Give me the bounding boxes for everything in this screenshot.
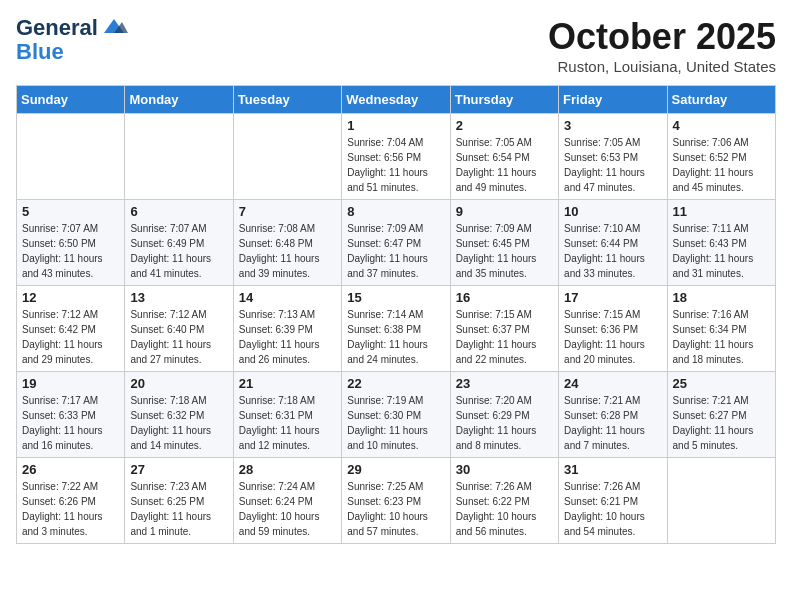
calendar-cell: 27Sunrise: 7:23 AMSunset: 6:25 PMDayligh… [125, 458, 233, 544]
day-number: 25 [673, 376, 770, 391]
day-info: Sunrise: 7:07 AMSunset: 6:49 PMDaylight:… [130, 221, 227, 281]
logo-blue: Blue [16, 40, 64, 64]
calendar-cell: 9Sunrise: 7:09 AMSunset: 6:45 PMDaylight… [450, 200, 558, 286]
calendar-cell: 26Sunrise: 7:22 AMSunset: 6:26 PMDayligh… [17, 458, 125, 544]
calendar-cell: 22Sunrise: 7:19 AMSunset: 6:30 PMDayligh… [342, 372, 450, 458]
calendar-cell [125, 114, 233, 200]
day-number: 20 [130, 376, 227, 391]
calendar-cell: 19Sunrise: 7:17 AMSunset: 6:33 PMDayligh… [17, 372, 125, 458]
title-block: October 2025 Ruston, Louisiana, United S… [548, 16, 776, 75]
day-number: 16 [456, 290, 553, 305]
calendar-cell: 25Sunrise: 7:21 AMSunset: 6:27 PMDayligh… [667, 372, 775, 458]
day-number: 17 [564, 290, 661, 305]
day-info: Sunrise: 7:04 AMSunset: 6:56 PMDaylight:… [347, 135, 444, 195]
day-info: Sunrise: 7:14 AMSunset: 6:38 PMDaylight:… [347, 307, 444, 367]
day-info: Sunrise: 7:08 AMSunset: 6:48 PMDaylight:… [239, 221, 336, 281]
day-number: 30 [456, 462, 553, 477]
calendar-cell: 13Sunrise: 7:12 AMSunset: 6:40 PMDayligh… [125, 286, 233, 372]
day-info: Sunrise: 7:21 AMSunset: 6:27 PMDaylight:… [673, 393, 770, 453]
day-info: Sunrise: 7:26 AMSunset: 6:21 PMDaylight:… [564, 479, 661, 539]
day-info: Sunrise: 7:09 AMSunset: 6:45 PMDaylight:… [456, 221, 553, 281]
day-number: 8 [347, 204, 444, 219]
day-number: 2 [456, 118, 553, 133]
day-number: 24 [564, 376, 661, 391]
day-info: Sunrise: 7:06 AMSunset: 6:52 PMDaylight:… [673, 135, 770, 195]
day-info: Sunrise: 7:20 AMSunset: 6:29 PMDaylight:… [456, 393, 553, 453]
day-info: Sunrise: 7:18 AMSunset: 6:31 PMDaylight:… [239, 393, 336, 453]
day-info: Sunrise: 7:25 AMSunset: 6:23 PMDaylight:… [347, 479, 444, 539]
day-info: Sunrise: 7:15 AMSunset: 6:37 PMDaylight:… [456, 307, 553, 367]
calendar-cell: 8Sunrise: 7:09 AMSunset: 6:47 PMDaylight… [342, 200, 450, 286]
calendar-cell: 3Sunrise: 7:05 AMSunset: 6:53 PMDaylight… [559, 114, 667, 200]
day-number: 5 [22, 204, 119, 219]
day-info: Sunrise: 7:26 AMSunset: 6:22 PMDaylight:… [456, 479, 553, 539]
day-number: 23 [456, 376, 553, 391]
calendar-cell: 30Sunrise: 7:26 AMSunset: 6:22 PMDayligh… [450, 458, 558, 544]
calendar-cell: 2Sunrise: 7:05 AMSunset: 6:54 PMDaylight… [450, 114, 558, 200]
day-number: 11 [673, 204, 770, 219]
weekday-header-tuesday: Tuesday [233, 86, 341, 114]
calendar-cell: 5Sunrise: 7:07 AMSunset: 6:50 PMDaylight… [17, 200, 125, 286]
calendar-cell [233, 114, 341, 200]
day-number: 14 [239, 290, 336, 305]
day-number: 1 [347, 118, 444, 133]
day-info: Sunrise: 7:05 AMSunset: 6:53 PMDaylight:… [564, 135, 661, 195]
logo: General Blue [16, 16, 128, 64]
calendar-cell: 15Sunrise: 7:14 AMSunset: 6:38 PMDayligh… [342, 286, 450, 372]
day-number: 31 [564, 462, 661, 477]
day-info: Sunrise: 7:12 AMSunset: 6:40 PMDaylight:… [130, 307, 227, 367]
day-number: 12 [22, 290, 119, 305]
calendar-cell: 12Sunrise: 7:12 AMSunset: 6:42 PMDayligh… [17, 286, 125, 372]
calendar-cell: 20Sunrise: 7:18 AMSunset: 6:32 PMDayligh… [125, 372, 233, 458]
day-number: 13 [130, 290, 227, 305]
logo-general: General [16, 16, 98, 40]
day-number: 3 [564, 118, 661, 133]
day-number: 21 [239, 376, 336, 391]
calendar-cell: 16Sunrise: 7:15 AMSunset: 6:37 PMDayligh… [450, 286, 558, 372]
calendar-cell: 21Sunrise: 7:18 AMSunset: 6:31 PMDayligh… [233, 372, 341, 458]
day-info: Sunrise: 7:07 AMSunset: 6:50 PMDaylight:… [22, 221, 119, 281]
calendar-cell: 29Sunrise: 7:25 AMSunset: 6:23 PMDayligh… [342, 458, 450, 544]
calendar-cell: 31Sunrise: 7:26 AMSunset: 6:21 PMDayligh… [559, 458, 667, 544]
weekday-header-monday: Monday [125, 86, 233, 114]
day-info: Sunrise: 7:21 AMSunset: 6:28 PMDaylight:… [564, 393, 661, 453]
calendar-cell: 23Sunrise: 7:20 AMSunset: 6:29 PMDayligh… [450, 372, 558, 458]
calendar-cell: 17Sunrise: 7:15 AMSunset: 6:36 PMDayligh… [559, 286, 667, 372]
day-number: 6 [130, 204, 227, 219]
logo-icon [100, 17, 128, 35]
page-header: General Blue October 2025 Ruston, Louisi… [16, 16, 776, 75]
day-info: Sunrise: 7:23 AMSunset: 6:25 PMDaylight:… [130, 479, 227, 539]
calendar-cell: 18Sunrise: 7:16 AMSunset: 6:34 PMDayligh… [667, 286, 775, 372]
calendar-cell: 11Sunrise: 7:11 AMSunset: 6:43 PMDayligh… [667, 200, 775, 286]
day-number: 22 [347, 376, 444, 391]
calendar-cell: 6Sunrise: 7:07 AMSunset: 6:49 PMDaylight… [125, 200, 233, 286]
day-info: Sunrise: 7:16 AMSunset: 6:34 PMDaylight:… [673, 307, 770, 367]
day-info: Sunrise: 7:22 AMSunset: 6:26 PMDaylight:… [22, 479, 119, 539]
calendar-cell: 7Sunrise: 7:08 AMSunset: 6:48 PMDaylight… [233, 200, 341, 286]
day-info: Sunrise: 7:17 AMSunset: 6:33 PMDaylight:… [22, 393, 119, 453]
weekday-header-thursday: Thursday [450, 86, 558, 114]
day-info: Sunrise: 7:10 AMSunset: 6:44 PMDaylight:… [564, 221, 661, 281]
day-number: 19 [22, 376, 119, 391]
day-number: 10 [564, 204, 661, 219]
day-number: 18 [673, 290, 770, 305]
weekday-header-wednesday: Wednesday [342, 86, 450, 114]
day-info: Sunrise: 7:05 AMSunset: 6:54 PMDaylight:… [456, 135, 553, 195]
calendar-cell [667, 458, 775, 544]
day-number: 26 [22, 462, 119, 477]
calendar-cell: 24Sunrise: 7:21 AMSunset: 6:28 PMDayligh… [559, 372, 667, 458]
calendar-cell [17, 114, 125, 200]
day-number: 4 [673, 118, 770, 133]
location: Ruston, Louisiana, United States [548, 58, 776, 75]
day-info: Sunrise: 7:18 AMSunset: 6:32 PMDaylight:… [130, 393, 227, 453]
day-info: Sunrise: 7:12 AMSunset: 6:42 PMDaylight:… [22, 307, 119, 367]
day-info: Sunrise: 7:24 AMSunset: 6:24 PMDaylight:… [239, 479, 336, 539]
weekday-header-sunday: Sunday [17, 86, 125, 114]
calendar-cell: 10Sunrise: 7:10 AMSunset: 6:44 PMDayligh… [559, 200, 667, 286]
day-number: 7 [239, 204, 336, 219]
calendar-table: SundayMondayTuesdayWednesdayThursdayFrid… [16, 85, 776, 544]
day-info: Sunrise: 7:15 AMSunset: 6:36 PMDaylight:… [564, 307, 661, 367]
month-title: October 2025 [548, 16, 776, 58]
day-info: Sunrise: 7:09 AMSunset: 6:47 PMDaylight:… [347, 221, 444, 281]
day-info: Sunrise: 7:13 AMSunset: 6:39 PMDaylight:… [239, 307, 336, 367]
